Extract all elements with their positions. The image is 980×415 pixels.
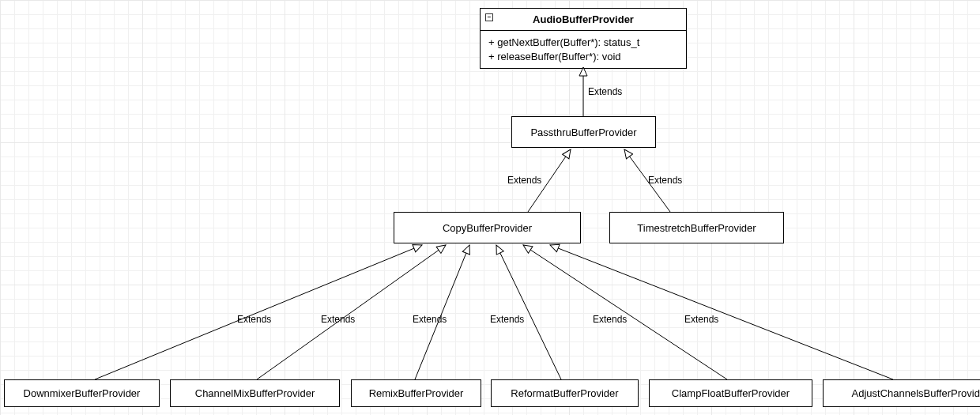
class-label: ClampFloatBufferProvider bbox=[672, 387, 790, 399]
method-line: + releaseBuffer(Buffer*): void bbox=[488, 50, 678, 64]
class-channelmixbufferprovider[interactable]: ChannelMixBufferProvider bbox=[170, 379, 340, 407]
class-label: DownmixerBufferProvider bbox=[24, 387, 141, 399]
class-audiobufferprovider[interactable]: − AudioBufferProvider + getNextBuffer(Bu… bbox=[480, 8, 687, 69]
class-passthrubufferprovider[interactable]: PassthruBufferProvider bbox=[511, 116, 656, 148]
class-name: AudioBufferProvider bbox=[533, 13, 634, 25]
class-timestretchbufferprovider[interactable]: TimestretchBufferProvider bbox=[609, 212, 784, 243]
class-label: TimestretchBufferProvider bbox=[637, 222, 756, 234]
class-adjustchannelsbufferprovider[interactable]: AdjustChannelsBufferProvider bbox=[823, 379, 980, 407]
method-line: + getNextBuffer(Buffer*): status_t bbox=[488, 36, 678, 50]
class-label: ChannelMixBufferProvider bbox=[195, 387, 315, 399]
class-methods: + getNextBuffer(Buffer*): status_t + rel… bbox=[481, 31, 686, 68]
class-label: PassthruBufferProvider bbox=[530, 126, 636, 138]
class-title: − AudioBufferProvider bbox=[481, 9, 686, 31]
class-label: AdjustChannelsBufferProvider bbox=[852, 387, 980, 399]
class-downmixerbufferprovider[interactable]: DownmixerBufferProvider bbox=[4, 379, 160, 407]
class-clampfloatbufferprovider[interactable]: ClampFloatBufferProvider bbox=[649, 379, 812, 407]
class-remixbufferprovider[interactable]: RemixBufferProvider bbox=[351, 379, 481, 407]
class-label: RemixBufferProvider bbox=[369, 387, 464, 399]
class-label: CopyBufferProvider bbox=[443, 222, 532, 234]
collapse-icon[interactable]: − bbox=[485, 13, 493, 21]
class-copybufferprovider[interactable]: CopyBufferProvider bbox=[394, 212, 581, 243]
class-reformatbufferprovider[interactable]: ReformatBufferProvider bbox=[491, 379, 639, 407]
class-label: ReformatBufferProvider bbox=[511, 387, 618, 399]
